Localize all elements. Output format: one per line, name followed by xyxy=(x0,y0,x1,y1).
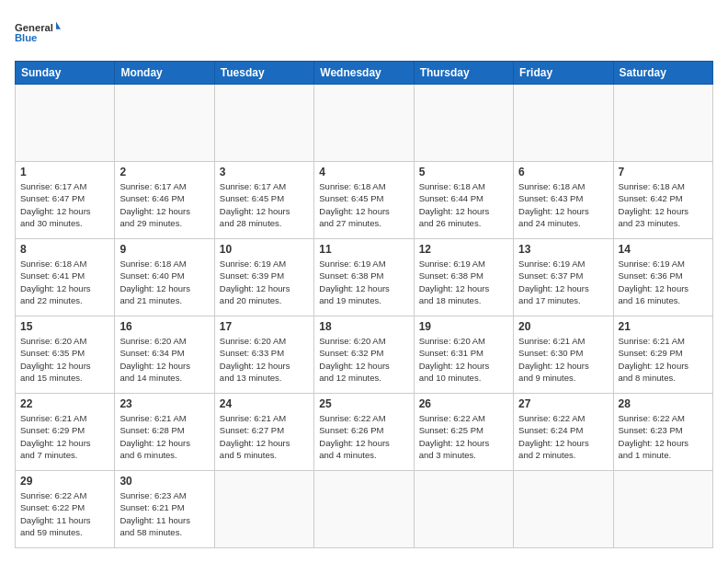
day-info: Sunrise: 6:18 AM Sunset: 6:40 PM Dayligh… xyxy=(119,258,209,306)
day-number: 11 xyxy=(319,243,408,256)
calendar-cell: 13Sunrise: 6:19 AM Sunset: 6:37 PM Dayli… xyxy=(514,239,613,316)
dow-header: Sunday xyxy=(16,62,115,85)
day-number: 27 xyxy=(518,397,608,410)
calendar-cell xyxy=(214,471,313,548)
calendar-cell: 15Sunrise: 6:20 AM Sunset: 6:35 PM Dayli… xyxy=(16,316,115,394)
calendar-cell: 25Sunrise: 6:22 AM Sunset: 6:26 PM Dayli… xyxy=(314,394,414,471)
day-info: Sunrise: 6:19 AM Sunset: 6:38 PM Dayligh… xyxy=(319,258,408,306)
day-number: 24 xyxy=(220,397,309,410)
day-info: Sunrise: 6:17 AM Sunset: 6:47 PM Dayligh… xyxy=(20,180,109,229)
calendar-cell: 1Sunrise: 6:17 AM Sunset: 6:47 PM Daylig… xyxy=(16,162,115,239)
day-info: Sunrise: 6:20 AM Sunset: 6:34 PM Dayligh… xyxy=(119,335,209,384)
calendar-cell xyxy=(16,85,115,162)
day-number: 18 xyxy=(319,320,408,333)
day-info: Sunrise: 6:18 AM Sunset: 6:42 PM Dayligh… xyxy=(619,180,708,229)
day-number: 5 xyxy=(419,166,508,178)
calendar-cell: 9Sunrise: 6:18 AM Sunset: 6:40 PM Daylig… xyxy=(115,239,214,316)
calendar-cell: 28Sunrise: 6:22 AM Sunset: 6:23 PM Dayli… xyxy=(613,394,712,471)
day-info: Sunrise: 6:22 AM Sunset: 6:24 PM Dayligh… xyxy=(518,412,608,461)
day-number: 7 xyxy=(619,166,708,178)
day-info: Sunrise: 6:21 AM Sunset: 6:29 PM Dayligh… xyxy=(619,335,708,384)
calendar-cell: 16Sunrise: 6:20 AM Sunset: 6:34 PM Dayli… xyxy=(115,316,214,394)
day-number: 16 xyxy=(119,320,209,333)
page-header: General Blue xyxy=(15,15,713,52)
dow-header: Saturday xyxy=(613,62,712,85)
day-number: 21 xyxy=(619,320,708,333)
calendar-week-row: 15Sunrise: 6:20 AM Sunset: 6:35 PM Dayli… xyxy=(16,316,713,394)
day-info: Sunrise: 6:21 AM Sunset: 6:27 PM Dayligh… xyxy=(220,412,309,461)
calendar-cell: 24Sunrise: 6:21 AM Sunset: 6:27 PM Dayli… xyxy=(214,394,313,471)
day-number: 13 xyxy=(518,243,608,256)
logo-svg: General Blue xyxy=(15,15,61,52)
calendar-cell xyxy=(613,471,712,548)
day-info: Sunrise: 6:19 AM Sunset: 6:39 PM Dayligh… xyxy=(220,258,309,306)
dow-header: Thursday xyxy=(414,62,513,85)
day-info: Sunrise: 6:18 AM Sunset: 6:41 PM Dayligh… xyxy=(20,258,109,306)
day-info: Sunrise: 6:20 AM Sunset: 6:32 PM Dayligh… xyxy=(319,335,408,384)
calendar-cell xyxy=(514,85,613,162)
calendar-cell: 26Sunrise: 6:22 AM Sunset: 6:25 PM Dayli… xyxy=(414,394,513,471)
day-number: 6 xyxy=(518,166,608,178)
day-number: 15 xyxy=(20,320,109,333)
day-number: 30 xyxy=(119,475,209,488)
calendar-cell: 2Sunrise: 6:17 AM Sunset: 6:46 PM Daylig… xyxy=(115,162,214,239)
dow-header: Friday xyxy=(514,62,613,85)
calendar: SundayMondayTuesdayWednesdayThursdayFrid… xyxy=(15,61,713,548)
calendar-cell: 3Sunrise: 6:17 AM Sunset: 6:45 PM Daylig… xyxy=(214,162,313,239)
svg-marker-2 xyxy=(56,22,61,29)
day-info: Sunrise: 6:22 AM Sunset: 6:23 PM Dayligh… xyxy=(619,412,708,461)
calendar-cell: 29Sunrise: 6:22 AM Sunset: 6:22 PM Dayli… xyxy=(16,471,115,548)
day-info: Sunrise: 6:19 AM Sunset: 6:36 PM Dayligh… xyxy=(619,258,708,306)
day-number: 19 xyxy=(419,320,508,333)
calendar-cell: 21Sunrise: 6:21 AM Sunset: 6:29 PM Dayli… xyxy=(613,316,712,394)
calendar-cell: 22Sunrise: 6:21 AM Sunset: 6:29 PM Dayli… xyxy=(16,394,115,471)
day-info: Sunrise: 6:23 AM Sunset: 6:21 PM Dayligh… xyxy=(119,489,209,538)
calendar-cell: 27Sunrise: 6:22 AM Sunset: 6:24 PM Dayli… xyxy=(514,394,613,471)
calendar-cell: 14Sunrise: 6:19 AM Sunset: 6:36 PM Dayli… xyxy=(613,239,712,316)
calendar-cell: 23Sunrise: 6:21 AM Sunset: 6:28 PM Dayli… xyxy=(115,394,214,471)
day-info: Sunrise: 6:22 AM Sunset: 6:25 PM Dayligh… xyxy=(419,412,508,461)
day-number: 25 xyxy=(319,397,408,410)
calendar-cell xyxy=(314,471,414,548)
day-number: 14 xyxy=(619,243,708,256)
day-info: Sunrise: 6:22 AM Sunset: 6:26 PM Dayligh… xyxy=(319,412,408,461)
day-info: Sunrise: 6:18 AM Sunset: 6:45 PM Dayligh… xyxy=(319,180,408,229)
day-number: 23 xyxy=(119,397,209,410)
calendar-cell: 4Sunrise: 6:18 AM Sunset: 6:45 PM Daylig… xyxy=(314,162,414,239)
day-info: Sunrise: 6:17 AM Sunset: 6:46 PM Dayligh… xyxy=(119,180,209,229)
calendar-cell xyxy=(214,85,313,162)
day-number: 17 xyxy=(220,320,309,333)
day-info: Sunrise: 6:20 AM Sunset: 6:33 PM Dayligh… xyxy=(220,335,309,384)
day-number: 20 xyxy=(518,320,608,333)
day-info: Sunrise: 6:20 AM Sunset: 6:31 PM Dayligh… xyxy=(419,335,508,384)
day-number: 1 xyxy=(20,166,109,178)
day-number: 28 xyxy=(619,397,708,410)
dow-header: Monday xyxy=(115,62,214,85)
day-info: Sunrise: 6:21 AM Sunset: 6:29 PM Dayligh… xyxy=(20,412,109,461)
calendar-cell: 20Sunrise: 6:21 AM Sunset: 6:30 PM Dayli… xyxy=(514,316,613,394)
svg-text:General: General xyxy=(15,22,53,33)
calendar-cell xyxy=(414,471,513,548)
calendar-cell xyxy=(414,85,513,162)
day-number: 26 xyxy=(419,397,508,410)
calendar-cell: 10Sunrise: 6:19 AM Sunset: 6:39 PM Dayli… xyxy=(214,239,313,316)
day-number: 22 xyxy=(20,397,109,410)
calendar-cell: 11Sunrise: 6:19 AM Sunset: 6:38 PM Dayli… xyxy=(314,239,414,316)
calendar-week-row: 1Sunrise: 6:17 AM Sunset: 6:47 PM Daylig… xyxy=(16,162,713,239)
calendar-cell xyxy=(514,471,613,548)
calendar-week-row: 22Sunrise: 6:21 AM Sunset: 6:29 PM Dayli… xyxy=(16,394,713,471)
day-number: 9 xyxy=(119,243,209,256)
calendar-cell: 17Sunrise: 6:20 AM Sunset: 6:33 PM Dayli… xyxy=(214,316,313,394)
calendar-cell: 5Sunrise: 6:18 AM Sunset: 6:44 PM Daylig… xyxy=(414,162,513,239)
calendar-cell: 18Sunrise: 6:20 AM Sunset: 6:32 PM Dayli… xyxy=(314,316,414,394)
day-info: Sunrise: 6:21 AM Sunset: 6:28 PM Dayligh… xyxy=(119,412,209,461)
calendar-cell xyxy=(613,85,712,162)
day-number: 3 xyxy=(220,166,309,178)
calendar-cell: 7Sunrise: 6:18 AM Sunset: 6:42 PM Daylig… xyxy=(613,162,712,239)
calendar-cell: 6Sunrise: 6:18 AM Sunset: 6:43 PM Daylig… xyxy=(514,162,613,239)
day-info: Sunrise: 6:18 AM Sunset: 6:43 PM Dayligh… xyxy=(518,180,608,229)
calendar-week-row: 29Sunrise: 6:22 AM Sunset: 6:22 PM Dayli… xyxy=(16,471,713,548)
dow-header: Tuesday xyxy=(214,62,313,85)
calendar-cell: 12Sunrise: 6:19 AM Sunset: 6:38 PM Dayli… xyxy=(414,239,513,316)
calendar-week-row xyxy=(16,85,713,162)
